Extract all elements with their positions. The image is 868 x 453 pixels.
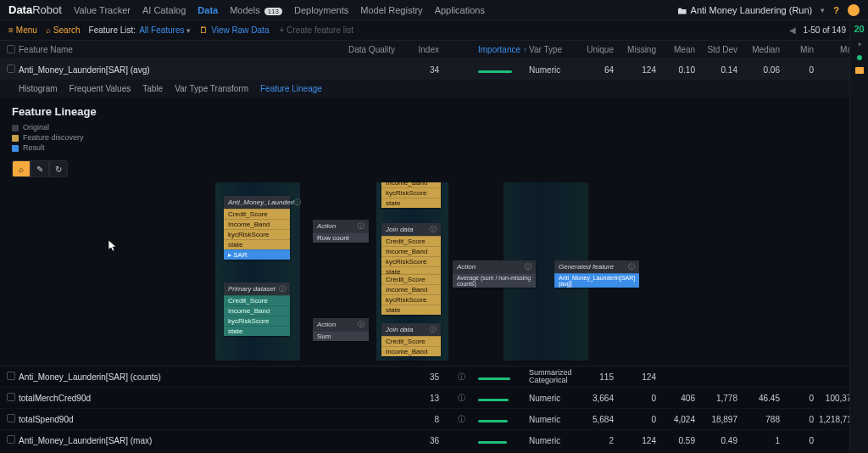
info-icon[interactable]: ⓘ	[358, 221, 364, 231]
col-mean[interactable]: Mean	[661, 45, 700, 54]
feature-row[interactable]: Anti_Money_Launderin[SAR] (counts) 35 ⓘ …	[0, 366, 849, 388]
node-col-label: SAR	[233, 251, 247, 259]
row-checkbox[interactable]	[7, 64, 15, 73]
select-all-checkbox[interactable]	[7, 45, 15, 53]
cell-unique: 115	[576, 372, 619, 382]
feature-toolbar: Menu Search Feature List: All Features ▾…	[0, 20, 868, 41]
nav-applications[interactable]: Applications	[435, 5, 485, 15]
project-selector[interactable]: Anti Money Laundering (Run)	[678, 5, 813, 15]
node-label: Anti_Money_Launderin[SAR] (avg)	[554, 273, 639, 288]
nav-deployments[interactable]: Deployments	[294, 5, 348, 15]
menu-button[interactable]: Menu	[8, 25, 37, 35]
page-prev-icon[interactable]: ◀	[789, 25, 796, 35]
node-action-average[interactable]: Actionⓘ Average (sum / non-missing count…	[453, 260, 536, 288]
cell-min: 0	[785, 436, 819, 445]
tab-feature-lineage[interactable]: Feature Lineage	[260, 84, 322, 93]
cell-stddev: 0.49	[700, 436, 743, 445]
feature-name: totalSpend90d	[19, 415, 273, 424]
tab-histogram[interactable]: Histogram	[19, 84, 58, 93]
node-aml-dataset[interactable]: Anti_Money_Launderiⓘ Credit_Score Income…	[224, 196, 290, 260]
info-icon[interactable]: ⓘ	[458, 415, 465, 423]
col-unique[interactable]: Unique	[576, 45, 619, 54]
nav-ai-catalog[interactable]: AI Catalog	[142, 5, 186, 15]
col-var-type[interactable]: Var Type	[529, 45, 576, 54]
info-icon[interactable]: ⓘ	[525, 262, 531, 271]
feature-row[interactable]: totalSpend90d 8 ⓘ Numeric 5,684 0 4,024 …	[0, 409, 849, 430]
col-index[interactable]: Index	[400, 45, 444, 54]
node-title: Join data	[386, 326, 413, 333]
importance-bar	[478, 441, 507, 444]
node-generated-feature[interactable]: Generated featureⓘ Anti_Money_Launderin[…	[554, 260, 639, 288]
node-col: state	[381, 305, 441, 315]
cell-missing: 124	[619, 372, 661, 382]
feature-subtabs: Histogram Frequent Values Table Var Type…	[0, 81, 849, 98]
info-icon[interactable]: ⓘ	[358, 320, 364, 329]
reset-button[interactable]: ↻	[49, 160, 68, 177]
info-icon[interactable]: ⓘ	[430, 225, 437, 234]
cell-unique: 3,664	[576, 394, 619, 403]
search-button[interactable]: Search	[46, 25, 81, 35]
workers-count[interactable]: 20	[854, 24, 864, 34]
col-stddev[interactable]: Std Dev	[700, 45, 743, 54]
node-action-sum[interactable]: Actionⓘ Sum	[313, 318, 369, 341]
col-importance[interactable]: Importance	[478, 45, 529, 54]
create-feature-list-link[interactable]: + Create feature list	[279, 25, 353, 35]
status-dot-icon[interactable]	[857, 55, 862, 60]
cell-index: 36	[400, 436, 444, 445]
nav-data[interactable]: Data	[198, 5, 218, 15]
col-feature-name[interactable]: Feature Name	[19, 45, 273, 54]
node-join-2[interactable]: Join dataⓘ Credit_Score Income_Band kycR…	[381, 223, 441, 277]
node-col: kycRiskScore	[381, 187, 441, 198]
help-icon[interactable]: ?	[833, 5, 839, 15]
tab-frequent-values[interactable]: Frequent Values	[70, 84, 131, 93]
view-raw-data-link[interactable]: View Raw Data	[199, 25, 269, 35]
chevron-down-icon[interactable]: ▾	[821, 6, 825, 14]
info-icon[interactable]: ⓘ	[628, 262, 635, 271]
feature-row[interactable]: Anti_Money_Launderin[SAR] (avg) 34 Numer…	[0, 59, 849, 81]
node-join-1[interactable]: Income_Band kycRiskScore state	[381, 182, 441, 208]
feature-row[interactable]: totalMerchCred90d 13 ⓘ Numeric 3,664 0 4…	[0, 388, 849, 409]
info-icon[interactable]: ⓘ	[430, 325, 437, 334]
lineage-toolbar: ⌕ ✎ ↻	[12, 160, 837, 177]
zoom-button[interactable]: ⌕	[12, 160, 31, 177]
row-checkbox[interactable]	[7, 435, 15, 444]
feature-list-dropdown[interactable]: All Features ▾	[139, 25, 191, 35]
lineage-canvas[interactable]: Anti_Money_Launderiⓘ Credit_Score Income…	[12, 182, 837, 361]
brand-logo[interactable]: DataRobot	[8, 3, 62, 16]
node-title: Action	[317, 222, 336, 230]
node-join-3[interactable]: Credit_Score Income_Band kycRiskScore st…	[381, 274, 441, 315]
info-icon[interactable]: ⓘ	[458, 394, 465, 402]
node-join-4[interactable]: Join dataⓘ Credit_Score Income_Band	[381, 323, 441, 356]
models-count-badge: 113	[264, 8, 282, 15]
col-data-quality[interactable]: Data Quality	[273, 45, 400, 54]
info-icon[interactable]: ⓘ	[279, 284, 286, 294]
col-min[interactable]: Min	[785, 45, 819, 54]
chevron-down-icon[interactable]: ▾	[858, 41, 861, 48]
tab-vartype-transform[interactable]: Var Type Transform	[175, 84, 248, 93]
cell-vartype: Numeric	[529, 415, 576, 424]
pan-button[interactable]: ✎	[31, 160, 49, 177]
cell-unique: 5,684	[576, 415, 619, 424]
nav-models[interactable]: Models 113	[230, 5, 282, 15]
user-avatar[interactable]	[848, 4, 860, 16]
nav-value-tracker[interactable]: Value Tracker	[74, 5, 131, 15]
row-checkbox[interactable]	[7, 393, 15, 401]
feature-row[interactable]: Anti_Money_Launderin[SAR] (max) 36 Numer…	[0, 430, 849, 451]
row-checkbox[interactable]	[7, 414, 15, 422]
node-col: Credit_Score	[224, 295, 290, 305]
node-col: Income_Band	[224, 305, 290, 316]
node-primary-dataset[interactable]: Primary datasetⓘ Credit_Score Income_Ban…	[224, 282, 290, 336]
info-icon[interactable]: ⓘ	[458, 372, 465, 381]
feature-list-value: All Features	[139, 25, 184, 35]
tab-table[interactable]: Table	[142, 84, 163, 93]
cell-stddev: 18,897	[700, 415, 743, 424]
node-action-rowcount[interactable]: Actionⓘ Row count	[313, 220, 369, 243]
nav-model-registry[interactable]: Model Registry	[360, 5, 422, 15]
col-missing[interactable]: Missing	[619, 45, 661, 54]
col-median[interactable]: Median	[743, 45, 785, 54]
lineage-title: Feature Lineage	[12, 105, 837, 118]
row-checkbox[interactable]	[7, 372, 15, 380]
cell-vartype: Numeric	[529, 436, 576, 445]
info-icon[interactable]: ⓘ	[294, 198, 301, 207]
sidebar-toggle-icon[interactable]	[855, 67, 864, 74]
